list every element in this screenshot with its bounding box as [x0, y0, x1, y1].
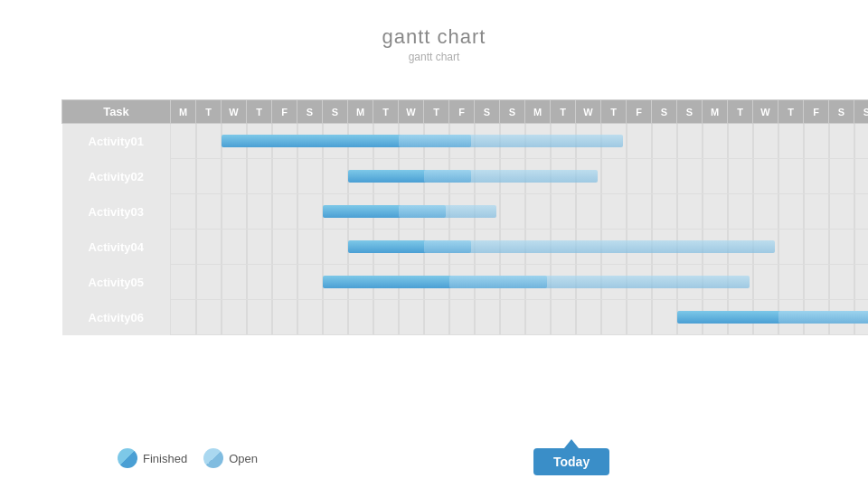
gantt-table: Task MTWTFSSMTWTFSSMTWTFSSMTWTFSS Activi… [61, 99, 868, 335]
day-header-26: S [829, 100, 854, 124]
open-bar [424, 240, 775, 253]
gantt-chart: Task MTWTFSSMTWTFSSMTWTFSSMTWTFSS Activi… [61, 99, 843, 416]
finished-icon [118, 448, 137, 468]
day-header-7: M [348, 100, 373, 124]
bar-cell-1 [171, 159, 869, 194]
legend: Finished Open [118, 448, 258, 468]
finished-label: Finished [143, 452, 187, 465]
today-button[interactable]: Today [533, 448, 609, 475]
table-row: Activity01 [62, 124, 869, 159]
day-header-25: F [804, 100, 829, 124]
activity-label-5: Activity06 [62, 300, 171, 335]
day-header-21: M [703, 100, 728, 124]
activity-label-2: Activity03 [62, 194, 171, 230]
activity-label-3: Activity04 [62, 230, 171, 265]
day-header-13: S [500, 100, 525, 124]
legend-finished: Finished [118, 448, 187, 468]
day-header-14: M [525, 100, 551, 124]
page-subtitle: gantt chart [0, 51, 868, 63]
day-header-22: T [728, 100, 753, 124]
open-label: Open [229, 452, 258, 465]
open-bar [399, 205, 496, 218]
bar-cell-3 [171, 230, 869, 265]
open-bar [399, 135, 623, 147]
header-row: Task MTWTFSSMTWTFSSMTWTFSSMTWTFSS [62, 100, 869, 124]
day-header-9: W [399, 100, 424, 124]
day-header-4: F [272, 100, 297, 124]
legend-open: Open [203, 448, 258, 468]
day-header-20: S [677, 100, 703, 124]
day-header-23: W [753, 100, 778, 124]
day-header-6: S [323, 100, 348, 124]
day-header-0: M [171, 100, 196, 124]
bar-cell-4 [171, 265, 869, 300]
open-bar [778, 311, 868, 324]
activity-label-1: Activity02 [62, 159, 171, 194]
activity-label-0: Activity01 [62, 124, 171, 159]
day-header-16: W [576, 100, 601, 124]
bar-cell-2 [171, 194, 869, 230]
table-row: Activity04 [62, 230, 869, 265]
day-header-3: T [247, 100, 272, 124]
page-title: gantt chart [0, 0, 868, 49]
day-header-15: T [551, 100, 576, 124]
day-header-11: F [449, 100, 475, 124]
open-bar [424, 170, 598, 183]
day-header-12: S [475, 100, 500, 124]
day-header-17: T [601, 100, 627, 124]
task-column-header: Task [62, 100, 171, 124]
day-header-27: S [854, 100, 869, 124]
table-row: Activity06 [62, 300, 869, 335]
open-icon [203, 448, 223, 468]
day-header-5: S [297, 100, 323, 124]
bar-cell-5 [171, 300, 869, 335]
day-header-1: T [196, 100, 222, 124]
table-row: Activity02 [62, 159, 869, 194]
day-header-8: T [373, 100, 399, 124]
day-header-18: F [627, 100, 652, 124]
activity-label-4: Activity05 [62, 265, 171, 300]
table-row: Activity05 [62, 265, 869, 300]
bar-cell-0 [171, 124, 869, 159]
table-row: Activity03 [62, 194, 869, 230]
day-header-19: S [652, 100, 677, 124]
day-header-10: T [424, 100, 449, 124]
day-header-2: W [222, 100, 247, 124]
open-bar [449, 276, 750, 288]
day-header-24: T [778, 100, 804, 124]
